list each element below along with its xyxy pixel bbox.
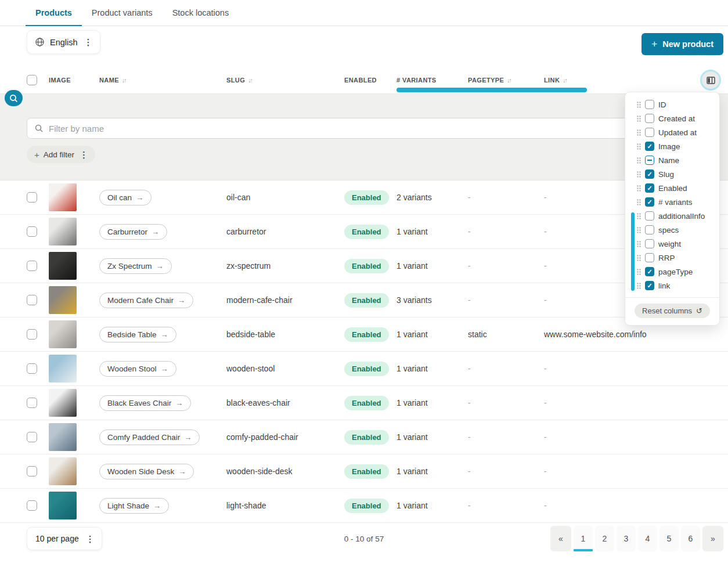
page-button-5[interactable]: 5 <box>659 526 679 551</box>
page-button-4[interactable]: 4 <box>638 526 657 551</box>
menu-scrollbar[interactable] <box>631 212 635 291</box>
column-checkbox[interactable]: ✓ <box>645 183 654 193</box>
column-menu-item-weight[interactable]: weight <box>625 237 719 251</box>
column-checkbox[interactable] <box>645 211 654 221</box>
row-checkbox[interactable] <box>27 329 37 340</box>
page-button-2[interactable]: 2 <box>595 526 614 551</box>
sort-icon[interactable]: ↓↑ <box>507 77 511 84</box>
filter-search-box[interactable] <box>27 118 701 139</box>
drag-handle-icon[interactable] <box>637 226 641 234</box>
row-checkbox[interactable] <box>27 261 37 271</box>
page-button-3[interactable]: 3 <box>617 526 636 551</box>
column-header-slug[interactable]: SLUG↓↑ <box>226 77 344 84</box>
sort-icon[interactable]: ↓↑ <box>563 77 567 84</box>
column-menu-item-link[interactable]: ✓link <box>625 279 719 293</box>
row-checkbox[interactable] <box>27 226 37 237</box>
column-menu-item-image[interactable]: ✓Image <box>625 139 719 153</box>
next-page-button[interactable]: » <box>702 526 723 551</box>
column-checkbox[interactable] <box>645 114 654 123</box>
drag-handle-icon[interactable] <box>637 185 641 192</box>
drag-handle-icon[interactable] <box>637 171 641 178</box>
drag-handle-icon[interactable] <box>637 199 641 206</box>
reset-columns-button[interactable]: Reset columns ↺ <box>635 304 710 318</box>
column-menu-item-additionalinfo[interactable]: additionalInfo <box>625 209 719 223</box>
row-checkbox[interactable] <box>27 432 37 442</box>
row-checkbox[interactable] <box>27 363 37 374</box>
row-checkbox[interactable] <box>27 192 37 203</box>
product-name-button[interactable]: Zx Spectrum→ <box>99 258 172 274</box>
page-button-1[interactable]: 1 <box>574 526 593 551</box>
column-menu-item-variants[interactable]: ✓# variants <box>625 195 719 209</box>
column-checkbox[interactable] <box>645 100 654 109</box>
row-checkbox[interactable] <box>27 295 37 305</box>
image-cell <box>49 492 99 519</box>
language-selector[interactable]: English ⋮ <box>27 30 100 54</box>
drag-handle-icon[interactable] <box>637 115 641 122</box>
product-name-button[interactable]: Wooden Side Desk→ <box>99 464 194 479</box>
column-checkbox[interactable]: ✓ <box>645 267 654 276</box>
drag-handle-icon[interactable] <box>637 254 641 262</box>
column-label: Created at <box>658 114 695 123</box>
column-menu-item-updated-at[interactable]: Updated at <box>625 125 719 139</box>
prev-page-button[interactable]: « <box>550 526 571 551</box>
enabled-cell: Enabled <box>344 396 397 410</box>
drag-handle-icon[interactable] <box>637 268 641 276</box>
add-filter-button[interactable]: + Add filter ⋮ <box>27 146 95 163</box>
product-name-button[interactable]: Comfy Padded Chair→ <box>99 430 200 445</box>
column-checkbox[interactable]: ✓ <box>645 169 654 179</box>
column-menu-item-pagetype[interactable]: ✓pageType <box>625 265 719 279</box>
quick-search-button[interactable] <box>5 90 23 106</box>
column-menu-item-rrp[interactable]: RRP <box>625 251 719 265</box>
column-header-name[interactable]: NAME↓↑ <box>99 77 226 84</box>
drag-handle-icon[interactable] <box>637 240 641 248</box>
filter-name-input[interactable] <box>49 124 694 133</box>
new-product-button[interactable]: + New product <box>641 33 723 55</box>
product-name-button[interactable]: Wooden Stool→ <box>99 361 176 377</box>
column-checkbox[interactable] <box>645 225 654 234</box>
column-menu-item-enabled[interactable]: ✓Enabled <box>625 181 719 195</box>
product-image <box>49 286 77 314</box>
column-header-link[interactable]: LINK↓↑ <box>544 77 728 84</box>
page-button-6[interactable]: 6 <box>681 526 700 551</box>
language-menu-icon[interactable]: ⋮ <box>83 38 94 46</box>
row-checkbox[interactable] <box>27 500 37 511</box>
column-checkbox[interactable] <box>645 253 654 262</box>
drag-handle-icon[interactable] <box>637 101 641 109</box>
select-all-checkbox[interactable] <box>27 75 37 85</box>
column-checkbox[interactable]: ✓ <box>645 142 654 151</box>
product-name-button[interactable]: Oil can→ <box>99 190 152 205</box>
drag-handle-icon[interactable] <box>637 129 641 136</box>
drag-handle-icon[interactable] <box>637 282 641 290</box>
column-menu-item-id[interactable]: ID <box>625 98 719 111</box>
tab-products[interactable]: Products <box>26 0 82 26</box>
product-name-button[interactable]: Black Eaves Chair→ <box>99 395 191 411</box>
drag-handle-icon[interactable] <box>637 143 641 150</box>
sort-icon[interactable]: ↓↑ <box>248 77 252 84</box>
column-checkbox[interactable] <box>645 239 654 248</box>
tab-product-variants[interactable]: Product variants <box>82 0 163 26</box>
column-menu-item-created-at[interactable]: Created at <box>625 111 719 125</box>
name-cell: Comfy Padded Chair→ <box>99 430 226 445</box>
filter-menu-icon[interactable]: ⋮ <box>78 150 89 159</box>
product-name-button[interactable]: Modern Cafe Chair→ <box>99 293 193 308</box>
column-checkbox[interactable] <box>645 128 654 137</box>
column-checkbox[interactable] <box>645 156 654 165</box>
product-name-button[interactable]: Carburretor→ <box>99 224 167 240</box>
row-checkbox[interactable] <box>27 466 37 477</box>
product-name-button[interactable]: Bedside Table→ <box>99 327 176 342</box>
column-checkbox[interactable]: ✓ <box>645 197 654 207</box>
slug-cell: zx-spectrum <box>226 261 344 270</box>
column-menu-item-slug[interactable]: ✓Slug <box>625 167 719 181</box>
row-checkbox[interactable] <box>27 398 37 408</box>
column-picker-button[interactable] <box>702 71 719 89</box>
tab-stock-locations[interactable]: Stock locations <box>163 0 239 26</box>
sort-icon[interactable]: ↓↑ <box>122 77 126 84</box>
column-menu-item-name[interactable]: Name <box>625 153 719 167</box>
product-name-button[interactable]: Light Shade→ <box>99 498 169 514</box>
column-checkbox[interactable]: ✓ <box>645 281 654 290</box>
drag-handle-icon[interactable] <box>637 212 641 220</box>
column-menu-item-specs[interactable]: specs <box>625 223 719 237</box>
horizontal-scrollbar[interactable] <box>397 88 587 92</box>
drag-handle-icon[interactable] <box>637 157 641 164</box>
column-header-pagetype[interactable]: PAGETYPE↓↑ <box>468 77 544 84</box>
